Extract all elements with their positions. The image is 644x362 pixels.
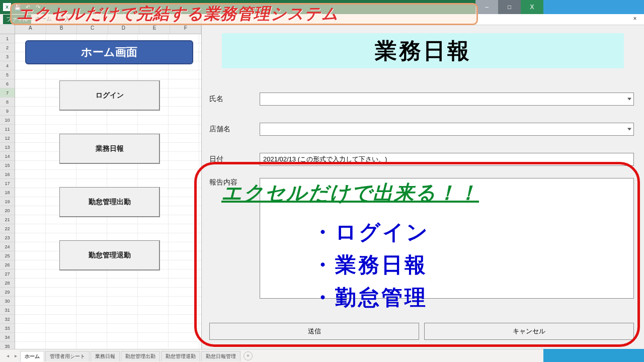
- row-header[interactable]: 18: [0, 188, 15, 197]
- close-icon[interactable]: X: [521, 0, 543, 14]
- row-header[interactable]: 21: [0, 215, 15, 224]
- row-header[interactable]: 22: [0, 224, 15, 233]
- row-header[interactable]: 1: [0, 34, 15, 43]
- store-combobox[interactable]: [260, 123, 634, 136]
- sheet-tab[interactable]: 勤怠管理退勤: [161, 351, 200, 361]
- home-panel-label: ホーム画面: [81, 45, 137, 60]
- row-header[interactable]: 13: [0, 143, 15, 152]
- userform-close-button[interactable]: ×: [629, 15, 641, 24]
- row-header[interactable]: 19: [0, 197, 15, 206]
- sheet-nav-prev-icon[interactable]: ◂: [4, 353, 11, 358]
- side-buttons: ログイン 業務日報 勤怠管理出勤 勤怠管理退勤: [59, 80, 160, 270]
- row-header[interactable]: 24: [0, 242, 15, 251]
- col-header[interactable]: E: [139, 25, 171, 34]
- row-header[interactable]: 8: [0, 98, 15, 107]
- minimize-icon[interactable]: –: [475, 0, 498, 14]
- col-header[interactable]: A: [15, 25, 46, 34]
- row-name: 氏名: [209, 93, 634, 106]
- row-header[interactable]: 34: [0, 333, 15, 342]
- sheet-tab[interactable]: 業務日報: [91, 351, 120, 361]
- taskbar-strip: [543, 349, 644, 362]
- maximize-icon[interactable]: □: [498, 0, 521, 14]
- name-combobox[interactable]: [260, 93, 634, 106]
- row-header[interactable]: 5: [0, 70, 15, 79]
- row-header[interactable]: 32: [0, 315, 15, 324]
- row-header[interactable]: 25: [0, 251, 15, 260]
- overlay-banner: エクセルだけで完結する業務管理システム: [10, 3, 478, 25]
- row-header[interactable]: 4: [0, 61, 15, 70]
- cancel-button[interactable]: キャンセル: [424, 323, 634, 340]
- row-header[interactable]: 6: [0, 79, 15, 88]
- label-store: 店舗名: [209, 125, 260, 134]
- row-header[interactable]: 16: [0, 170, 15, 179]
- sheet-nav-next-icon[interactable]: ▸: [12, 353, 19, 358]
- row-header[interactable]: 27: [0, 269, 15, 279]
- row-store: 店舗名: [209, 123, 634, 136]
- sheet-tab[interactable]: ホーム: [20, 351, 44, 362]
- row-header[interactable]: 29: [0, 288, 15, 297]
- row-header[interactable]: 15: [0, 161, 15, 170]
- row-report: 報告内容: [209, 178, 634, 299]
- row-header[interactable]: 28: [0, 279, 15, 288]
- row-header[interactable]: 31: [0, 306, 15, 315]
- col-header[interactable]: C: [77, 25, 108, 34]
- row-header[interactable]: 12: [0, 134, 15, 143]
- row-header[interactable]: 17: [0, 179, 15, 188]
- attendance-in-button[interactable]: 勤怠管理出勤: [59, 187, 160, 217]
- col-header[interactable]: D: [108, 25, 139, 34]
- userform-dialog: UserForm × 業務日報 氏名 店舗名 日付 報告内容 送信 キャンセル: [201, 14, 644, 352]
- userform-actions: 送信 キャンセル: [209, 323, 634, 340]
- attendance-out-button[interactable]: 勤怠管理退勤: [59, 240, 160, 270]
- login-button[interactable]: ログイン: [59, 80, 160, 111]
- row-header[interactable]: 10: [0, 116, 15, 125]
- sheet-tab[interactable]: 勤怠管理出勤: [121, 351, 160, 361]
- overlay-banner-text: エクセルだけで完結する業務管理システム: [17, 3, 339, 25]
- row-header[interactable]: 3: [0, 52, 15, 61]
- label-name: 氏名: [209, 95, 260, 104]
- label-date: 日付: [209, 155, 260, 164]
- row-headers: 1234567891011121314151617181920212223242…: [0, 34, 15, 349]
- select-all-cell[interactable]: [0, 25, 15, 34]
- row-header[interactable]: 9: [0, 107, 15, 116]
- row-header[interactable]: 7: [0, 88, 15, 98]
- row-header[interactable]: 20: [0, 206, 15, 215]
- column-headers: A B C D E F: [0, 25, 201, 34]
- row-date: 日付: [209, 153, 634, 166]
- row-header[interactable]: 30: [0, 297, 15, 306]
- sheet-add-icon[interactable]: +: [244, 351, 253, 360]
- row-header[interactable]: 23: [0, 233, 15, 242]
- daily-report-button[interactable]: 業務日報: [59, 134, 160, 164]
- label-report: 報告内容: [209, 178, 260, 187]
- submit-button[interactable]: 送信: [209, 323, 419, 340]
- row-header[interactable]: 33: [0, 324, 15, 333]
- col-header[interactable]: B: [46, 25, 77, 34]
- row-header[interactable]: 2: [0, 43, 15, 52]
- sheet-tab[interactable]: 管理者用シート: [45, 351, 90, 361]
- window-controls: – □ X: [475, 0, 644, 14]
- row-header[interactable]: 14: [0, 152, 15, 161]
- report-textarea[interactable]: [260, 178, 634, 299]
- col-header[interactable]: F: [170, 25, 201, 34]
- taskbar-peek: [543, 0, 644, 14]
- userform-heading: 業務日報: [222, 33, 624, 68]
- row-header[interactable]: 26: [0, 260, 15, 269]
- sheet-tab[interactable]: 勤怠日報管理: [201, 351, 240, 361]
- row-header[interactable]: 11: [0, 125, 15, 134]
- date-input[interactable]: [260, 153, 634, 166]
- home-panel-title: ホーム画面: [25, 40, 193, 64]
